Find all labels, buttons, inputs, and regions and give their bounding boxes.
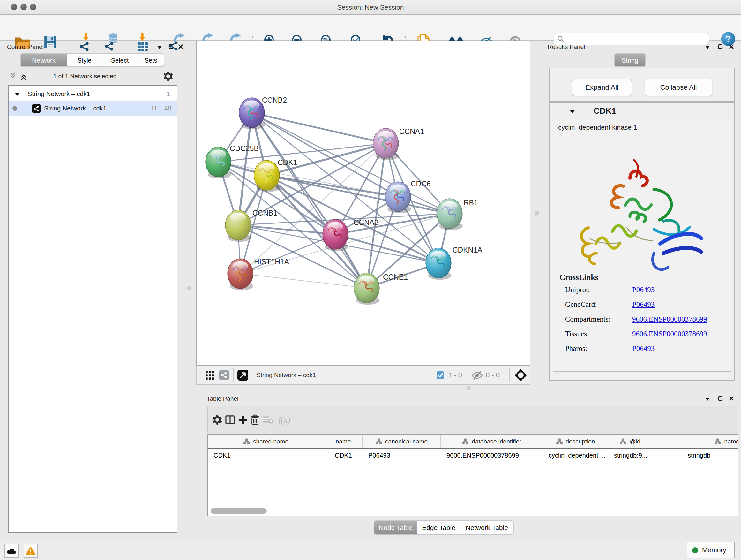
control-panel-menu-icon[interactable]: [157, 45, 162, 51]
network-row-selected[interactable]: String Network – cdk1 11 48: [9, 101, 177, 116]
network-collection-row[interactable]: String Network – cdk1 1: [9, 87, 177, 101]
separator: [509, 368, 510, 382]
table-panel-tabs: Node Table Edge Table Network Table: [374, 520, 514, 535]
node-label-CCNB1: CCNB1: [253, 209, 277, 217]
network-share-icon: [32, 104, 41, 113]
warnings-button[interactable]: [23, 544, 38, 558]
results-panel-float-icon[interactable]: [718, 44, 723, 51]
edge-CCNA1-CCNE1[interactable]: [367, 143, 386, 288]
control-panel-float-icon[interactable]: [169, 44, 174, 51]
protein-description: cyclin–dependent kinase 1: [558, 124, 637, 131]
tab-sets[interactable]: Sets: [138, 53, 164, 67]
protein-collapse-icon[interactable]: [569, 109, 575, 115]
collapse-all-button[interactable]: Collapse All: [645, 79, 712, 96]
hierarchy-icon: [462, 438, 469, 445]
cloud-status-button[interactable]: [4, 544, 18, 558]
crosslink-label: Compartments:: [565, 315, 610, 323]
show-columns-icon[interactable]: [224, 407, 236, 433]
table-horizontal-scrollbar[interactable]: [211, 508, 267, 514]
import-table-icon[interactable]: [134, 33, 152, 51]
column-header-shared-name[interactable]: shared name: [208, 435, 324, 448]
center-view-crosshair-icon[interactable]: [515, 369, 527, 383]
crosslink-genecard[interactable]: P06493: [632, 300, 655, 309]
tab-network-table[interactable]: Network Table: [460, 520, 514, 535]
network-node-HIST1H1A[interactable]: HIST1H1A: [227, 258, 289, 290]
network-node-CDKN1A[interactable]: CDKN1A: [426, 246, 482, 280]
control-panel-close-icon[interactable]: [178, 44, 183, 51]
results-panel-tabs: String: [614, 53, 646, 67]
crosslinks-list: Uniprot:P06493 GeneCard:P06493 Compartme…: [565, 286, 725, 359]
network-list: String Network – cdk1 1 String Network –…: [8, 85, 178, 533]
open-in-window-icon[interactable]: [238, 370, 248, 382]
column-header-canonical-name[interactable]: canonical name: [362, 435, 441, 448]
warning-icon: [25, 546, 36, 556]
collection-label: String Network – cdk1: [28, 90, 90, 98]
cloud-icon: [7, 547, 16, 555]
crosslink-pharos[interactable]: P06493: [632, 345, 655, 353]
tab-string[interactable]: String: [614, 53, 646, 67]
crosslink-tissues[interactable]: 9606.ENSP00000378699: [632, 330, 707, 338]
import-network-database-icon[interactable]: [105, 33, 122, 51]
memory-button[interactable]: Memory: [687, 542, 735, 558]
control-panel-tabs: Network Style Select Sets: [20, 53, 164, 67]
network-selection-status: 1 of 1 Network selected: [8, 73, 161, 80]
cell-namespace: stringdb: [652, 452, 738, 459]
hidden-count: 0 - 0: [486, 366, 500, 384]
memory-label: Memory: [702, 546, 726, 554]
tab-network[interactable]: Network: [20, 53, 67, 67]
window-titlebar: Session: New Session: [0, 0, 741, 15]
column-header-name[interactable]: name: [324, 435, 362, 448]
network-node-CCNE1[interactable]: CCNE1: [354, 273, 408, 305]
table-panel-float-icon[interactable]: [718, 396, 723, 402]
table-row[interactable]: CDK1 CDK1 P06493 9606.ENSP00000378699 cy…: [208, 449, 738, 462]
crosslink-label: Uniprot:: [565, 286, 590, 294]
node-label-CCNA2: CCNA2: [354, 219, 379, 227]
results-panel-close-icon[interactable]: [729, 44, 734, 51]
crosslink-uniprot[interactable]: P06493: [632, 286, 655, 294]
collection-expand-icon[interactable]: [15, 90, 19, 98]
expand-all-button[interactable]: Expand All: [572, 79, 632, 96]
column-header-database-identifier[interactable]: database identifier: [441, 435, 543, 448]
tab-select[interactable]: Select: [102, 53, 138, 67]
right-splitter-handle[interactable]: [535, 211, 539, 215]
import-network-file-icon[interactable]: [78, 33, 96, 51]
network-node-CCNA1[interactable]: CCNA1: [373, 127, 424, 160]
results-panel-menu-icon[interactable]: [705, 45, 710, 51]
birdseye-grid-icon[interactable]: [205, 371, 214, 381]
network-node-CCNB1[interactable]: CCNB1: [225, 209, 277, 242]
hierarchy-icon: [243, 438, 250, 445]
column-header-description[interactable]: description: [543, 435, 608, 448]
tab-node-table[interactable]: Node Table: [374, 520, 417, 535]
table-panel-menu-icon[interactable]: [705, 396, 710, 402]
network-type-share-icon[interactable]: [219, 370, 229, 380]
bottom-splitter-handle[interactable]: [467, 386, 471, 390]
search-input[interactable]: [567, 36, 701, 43]
save-session-icon[interactable]: [42, 33, 59, 51]
edge-HIST1H1A-CCNE1[interactable]: [240, 273, 367, 288]
column-header-id[interactable]: @id: [608, 435, 652, 448]
crosslink-compartments[interactable]: 9606.ENSP00000378699: [632, 315, 707, 323]
cell-name: CDK1: [324, 452, 362, 459]
node-label-CDKN1A: CDKN1A: [453, 246, 482, 254]
edge-CCNA2-HIST1H1A[interactable]: [240, 234, 335, 273]
table-settings-gear-icon[interactable]: [212, 407, 223, 433]
tab-edge-table[interactable]: Edge Table: [417, 520, 460, 535]
network-list-options-gear-icon[interactable]: [163, 71, 173, 82]
cell-canonical-name: P06493: [362, 452, 441, 459]
left-splitter-handle[interactable]: [187, 286, 191, 290]
column-header-namespace[interactable]: namespace: [652, 435, 738, 448]
table-panel-close-icon[interactable]: [729, 396, 734, 402]
delete-column-trash-icon[interactable]: [249, 407, 261, 433]
selected-checkbox-icon[interactable]: [436, 371, 444, 380]
tab-style[interactable]: Style: [67, 53, 102, 67]
network-canvas[interactable]: CCNB2CCNA1CDC25BCDK1CDC6RB1CCNB1CCNA2CDK…: [196, 41, 530, 366]
edge-CCNB2-CCNA1[interactable]: [252, 113, 386, 143]
network-node-RB1[interactable]: RB1: [437, 199, 478, 230]
hierarchy-icon: [556, 438, 563, 445]
control-panel-title: Control Panel: [7, 44, 44, 51]
function-builder-icon-disabled: f(x): [275, 407, 293, 433]
hidden-eye-slash-icon[interactable]: [471, 371, 483, 381]
crosslink-label: Tissues:: [565, 330, 589, 338]
add-column-icon[interactable]: [237, 407, 249, 433]
network-node-CCNB2[interactable]: CCNB2: [239, 96, 287, 129]
